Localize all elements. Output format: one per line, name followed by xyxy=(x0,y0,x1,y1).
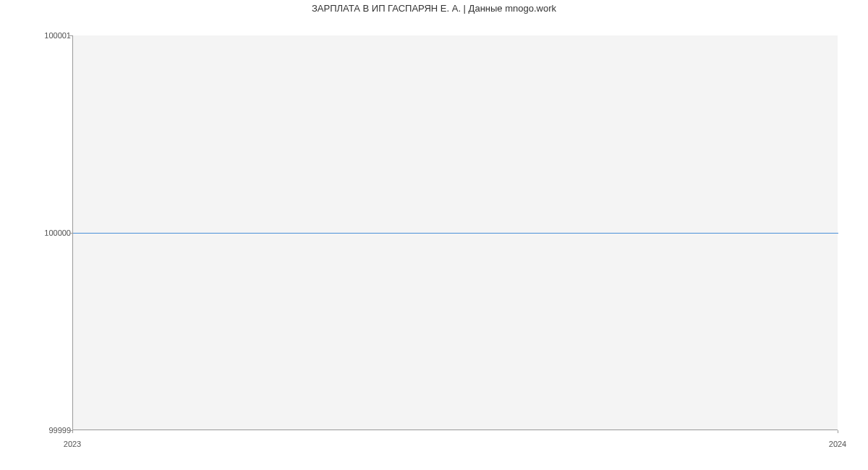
x-tick-mark xyxy=(838,430,838,433)
x-tick-label: 2024 xyxy=(829,440,846,448)
y-tick-label: 100000 xyxy=(44,228,71,237)
chart-title: ЗАРПЛАТА В ИП ГАСПАРЯН Е. А. | Данные mn… xyxy=(0,3,868,14)
y-tick-mark xyxy=(69,233,72,234)
plot-area xyxy=(72,35,838,430)
x-tick-label: 2023 xyxy=(64,440,81,448)
y-tick-label: 100001 xyxy=(44,31,71,40)
data-line xyxy=(73,233,838,234)
x-tick-mark xyxy=(72,430,73,433)
chart-container: ЗАРПЛАТА В ИП ГАСПАРЯН Е. А. | Данные mn… xyxy=(0,0,868,470)
y-tick-label: 99999 xyxy=(48,426,71,435)
y-tick-mark xyxy=(69,35,72,36)
